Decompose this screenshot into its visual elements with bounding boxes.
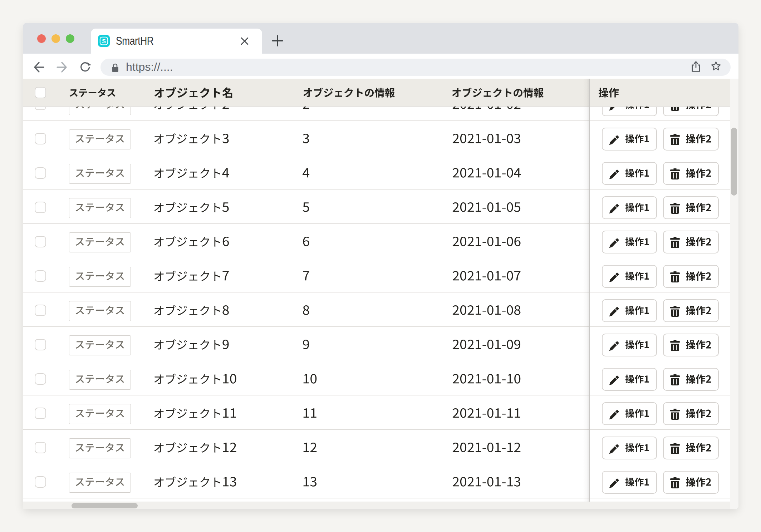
svg-text:S: S xyxy=(102,38,106,44)
